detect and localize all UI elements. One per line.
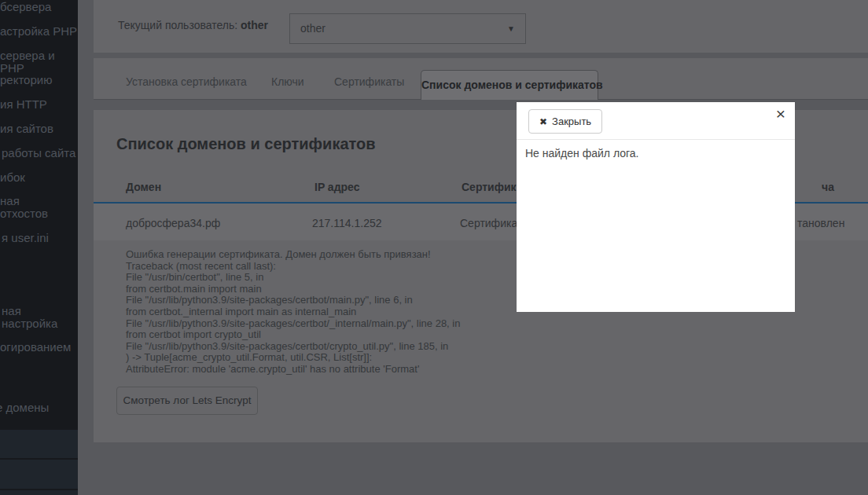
chevron-down-icon: ▼ — [507, 14, 515, 43]
modal-close-button[interactable]: ✖Закрыть — [528, 109, 602, 134]
log-modal: ✖Закрыть × Не найден файл лога. — [517, 102, 795, 312]
current-user-value: other — [241, 19, 268, 31]
sidebar-item-http[interactable]: ия HTTP — [0, 98, 47, 111]
sidebar-item-logging[interactable]: огированием — [0, 341, 71, 354]
sidebar-item-webserver[interactable]: бсервера — [0, 1, 51, 13]
sidebar-item-sites[interactable]: ия сайтов — [0, 123, 53, 135]
tabs-bar: Установка сертификата Ключи Сертификаты … — [94, 58, 868, 100]
sidebar: бсервера астройка PHP сервера и PHP рект… — [0, 0, 78, 495]
table-header-key-fragment: ча — [822, 181, 834, 193]
page: бсервера астройка PHP сервера и PHP рект… — [0, 0, 868, 495]
table-header-certificate: Сертифик — [462, 181, 517, 193]
cell-domain: добросфера34.рф — [126, 217, 220, 229]
table-header-domain: Домен — [126, 181, 161, 193]
sidebar-item-errors[interactable]: ибок — [0, 171, 25, 184]
user-select[interactable]: other ▼ — [289, 13, 526, 44]
tab-certificates[interactable]: Сертификаты — [334, 75, 404, 88]
close-icon[interactable]: × — [776, 105, 785, 122]
current-user-panel: Текущий пользователь: other other ▼ — [94, 0, 868, 53]
modal-close-button-label: Закрыть — [552, 116, 591, 127]
view-letsencrypt-log-button[interactable]: Смотреть лог Lets Encrypt — [116, 387, 258, 415]
sidebar-item-directory[interactable]: ректорию — [0, 74, 52, 86]
tab-install-certificate[interactable]: Установка сертификата — [126, 75, 247, 88]
sidebar-item-php-settings[interactable]: астройка PHP — [0, 25, 77, 38]
user-select-value: other — [300, 22, 326, 35]
table-header-ip: IP адрес — [314, 181, 359, 193]
log-modal-header: ✖Закрыть × — [517, 102, 795, 140]
sidebar-item-domains[interactable]: е домены — [0, 402, 49, 414]
sidebar-item-server-and-php[interactable]: сервера и PHP — [0, 50, 78, 75]
sidebar-item-user-ini[interactable]: я user.ini — [2, 232, 49, 244]
cell-status-fragment: тановлен — [797, 217, 844, 229]
sidebar-section-band[interactable] — [0, 460, 78, 489]
current-user-label-text: Текущий пользователь: — [118, 19, 237, 31]
close-x-icon: ✖ — [539, 116, 547, 127]
sidebar-section-band[interactable] — [0, 490, 78, 495]
cell-certificate: Сертифика — [460, 217, 517, 229]
sidebar-item-site-work[interactable]: работы сайта — [2, 147, 75, 160]
cell-ip: 217.114.1.252 — [312, 217, 382, 229]
tab-keys[interactable]: Ключи — [271, 75, 304, 88]
sidebar-item-advanced-settings[interactable]: ная настройка — [2, 305, 78, 330]
modal-message: Не найден файл лога. — [525, 147, 638, 160]
current-user-label: Текущий пользователь: other — [118, 19, 268, 31]
sidebar-section-band[interactable] — [0, 430, 78, 458]
tab-domain-certificate-list[interactable]: Список доменов и сертификатов — [421, 70, 598, 100]
page-title: Список доменов и сертификатов — [116, 135, 376, 153]
sidebar-item-vhosts[interactable]: ная отхостов — [0, 195, 48, 220]
